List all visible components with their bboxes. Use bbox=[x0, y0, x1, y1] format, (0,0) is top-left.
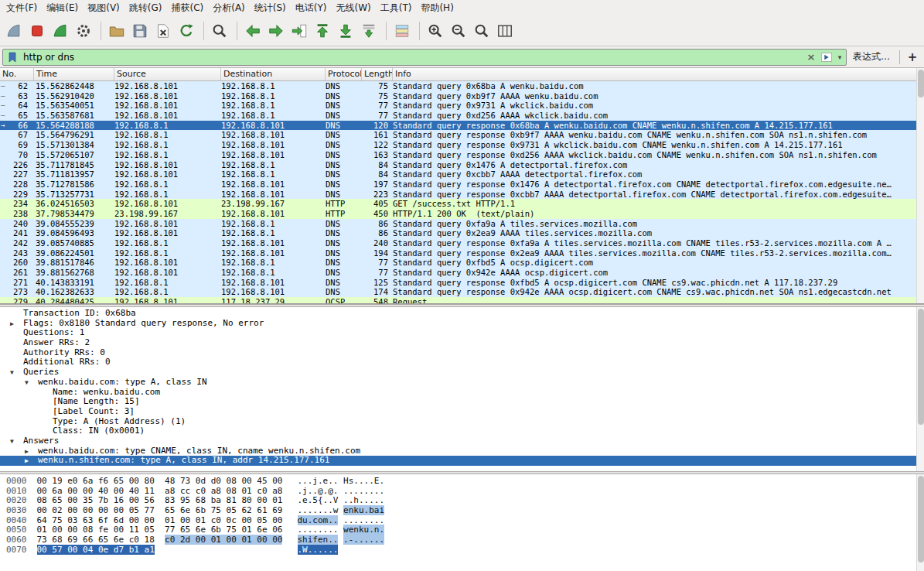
capture-options-button[interactable] bbox=[73, 20, 94, 42]
menu-item[interactable]: 编辑(E) bbox=[42, 0, 83, 16]
zoom-reset-button[interactable] bbox=[471, 20, 493, 42]
packet-row[interactable]: 24139.084596493192.168.8.101192.168.8.1D… bbox=[0, 228, 924, 238]
detail-line[interactable]: ▶Flags: 0x8180 Standard query response, … bbox=[0, 319, 924, 329]
packet-row[interactable]: 27940.284480425192.168.8.101117.18.237.2… bbox=[0, 297, 924, 304]
packet-row[interactable]: 24339.086224501192.168.8.1192.168.8.101D… bbox=[0, 248, 924, 258]
detail-line[interactable]: ▼Queries bbox=[0, 368, 924, 378]
packet-row[interactable]: 22835.712781586192.168.8.1192.168.8.101D… bbox=[0, 180, 924, 190]
last-packet-button[interactable] bbox=[335, 20, 356, 42]
detail-line[interactable]: Name: wenku.baidu.com bbox=[0, 388, 924, 398]
menu-item[interactable]: 工具(T) bbox=[376, 0, 417, 16]
menu-item[interactable]: 文件(F) bbox=[2, 0, 42, 16]
detail-line[interactable]: ▶wenku.n.shifen.com: type A, class IN, a… bbox=[0, 456, 924, 466]
menu-item[interactable]: 无线(W) bbox=[331, 0, 375, 16]
goto-packet-button[interactable] bbox=[288, 20, 310, 42]
restart-capture-button[interactable] bbox=[49, 20, 71, 42]
packet-row[interactable]: –6315.562910420192.168.8.101192.168.8.1D… bbox=[0, 91, 924, 101]
filter-input[interactable]: http or dns bbox=[20, 52, 804, 63]
detail-line[interactable]: Authority RRs: 0 bbox=[0, 348, 924, 358]
packet-row[interactable]: 24239.085740885192.168.8.1192.168.8.101D… bbox=[0, 238, 924, 248]
filter-bookmark-icon[interactable] bbox=[5, 50, 20, 65]
detail-line[interactable]: ▼Answers bbox=[0, 436, 924, 446]
back-button[interactable] bbox=[242, 20, 264, 42]
packet-row[interactable]: →6615.564288188192.168.8.1192.168.8.101D… bbox=[0, 121, 924, 131]
resize-columns-button[interactable] bbox=[494, 20, 516, 42]
packet-list-scrollbar[interactable] bbox=[916, 68, 924, 303]
detail-line[interactable]: ▼wenku.baidu.com: type A, class IN bbox=[0, 378, 924, 388]
clear-filter-icon[interactable]: × bbox=[804, 50, 818, 64]
packet-row[interactable]: –6415.563540051192.168.8.101192.168.8.1D… bbox=[0, 101, 924, 111]
add-filter-button[interactable]: + bbox=[903, 50, 922, 64]
packet-row[interactable]: –6515.563587681192.168.8.101192.168.8.1D… bbox=[0, 111, 924, 121]
detail-line[interactable]: [Name Length: 15] bbox=[0, 397, 924, 407]
column-header[interactable]: Destination bbox=[221, 68, 326, 80]
menu-item[interactable]: 捕获(C) bbox=[166, 0, 208, 16]
column-header[interactable]: Protocol bbox=[326, 68, 362, 80]
close-file-button[interactable] bbox=[152, 20, 174, 42]
zoom-in-button[interactable] bbox=[424, 20, 446, 42]
column-header[interactable]: No. bbox=[0, 68, 34, 80]
menu-item[interactable]: 电话(Y) bbox=[291, 0, 332, 16]
packet-row[interactable]: 26139.881562768192.168.8.101192.168.8.1D… bbox=[0, 268, 924, 278]
stop-capture-button[interactable] bbox=[26, 20, 48, 42]
packet-row[interactable]: 23436.024516503192.168.8.10123.198.99.16… bbox=[0, 199, 924, 209]
collapse-icon[interactable]: ▼ bbox=[23, 378, 38, 388]
filter-dropdown-icon[interactable]: ▾ bbox=[835, 53, 844, 61]
packet-row[interactable]: 22635.711781845192.168.8.101192.168.8.1D… bbox=[0, 160, 924, 170]
menu-item[interactable]: 视图(V) bbox=[83, 0, 124, 16]
display-filter-field[interactable]: http or dns × ▾ bbox=[2, 49, 847, 66]
details-scrollbar[interactable] bbox=[916, 307, 924, 471]
open-file-button[interactable] bbox=[106, 20, 128, 42]
menu-item[interactable]: 统计(S) bbox=[250, 0, 291, 16]
expand-icon[interactable]: ▶ bbox=[23, 456, 38, 466]
packet-row[interactable]: 26039.881517846192.168.8.101192.168.8.1D… bbox=[0, 258, 924, 268]
detail-line[interactable]: Class: IN (0x0001) bbox=[0, 426, 924, 436]
colorize-button[interactable] bbox=[391, 20, 413, 42]
packet-row[interactable]: –6215.562862448192.168.8.101192.168.8.1D… bbox=[0, 81, 924, 91]
collapse-icon[interactable]: ▼ bbox=[9, 437, 23, 446]
packet-row[interactable]: 22935.713257731192.168.8.1192.168.8.101D… bbox=[0, 190, 924, 200]
collapse-icon[interactable]: ▼ bbox=[9, 368, 23, 378]
menu-item[interactable]: 分析(A) bbox=[208, 0, 250, 16]
reload-button[interactable] bbox=[176, 20, 197, 42]
detail-line[interactable]: Answer RRs: 2 bbox=[0, 338, 924, 348]
packet-row[interactable]: 22735.711813957192.168.8.101192.168.8.1D… bbox=[0, 169, 924, 180]
hex-row[interactable]: 006073 68 69 66 65 6e c0 18 c0 2d 00 01 … bbox=[6, 535, 924, 545]
expand-icon[interactable]: ▶ bbox=[23, 447, 38, 456]
menu-item[interactable]: 帮助(H) bbox=[416, 0, 458, 16]
packet-row[interactable]: 6915.571301384192.168.8.1192.168.8.101DN… bbox=[0, 140, 924, 150]
apply-filter-icon[interactable] bbox=[818, 50, 835, 64]
scrollbar-thumb[interactable] bbox=[918, 309, 924, 425]
detail-line[interactable]: ▶wenku.baidu.com: type CNAME, class IN, … bbox=[0, 446, 924, 456]
hex-scrollbar[interactable] bbox=[916, 474, 924, 571]
cell-length: 161 bbox=[362, 130, 393, 140]
packet-row[interactable]: 24039.084555239192.168.8.101192.168.8.1D… bbox=[0, 219, 924, 229]
scrollbar-thumb[interactable] bbox=[918, 476, 924, 562]
hex-row[interactable]: 007000 57 00 04 0e d7 b1 a1.W...... bbox=[6, 545, 924, 556]
auto-scroll-button[interactable] bbox=[358, 20, 380, 42]
expression-button[interactable]: 表达式… bbox=[847, 49, 896, 65]
find-button[interactable] bbox=[209, 20, 230, 42]
packet-row[interactable]: 6715.564796291192.168.8.1192.168.8.101DN… bbox=[0, 130, 924, 140]
zoom-out-button[interactable] bbox=[448, 20, 469, 42]
column-header[interactable]: Time bbox=[34, 68, 114, 80]
column-header[interactable]: Source bbox=[114, 68, 221, 80]
column-header[interactable]: Length bbox=[362, 68, 393, 80]
packet-row[interactable]: 7015.572065107192.168.8.1192.168.8.101DN… bbox=[0, 150, 924, 160]
save-file-button[interactable] bbox=[129, 20, 151, 42]
column-header[interactable]: Info bbox=[393, 68, 924, 80]
packet-row[interactable]: 23837.79853447923.198.99.167192.168.8.10… bbox=[0, 209, 924, 219]
scrollbar-thumb[interactable] bbox=[918, 70, 924, 97]
start-capture-button[interactable] bbox=[3, 20, 25, 42]
expand-icon[interactable]: ▶ bbox=[9, 320, 23, 329]
first-packet-button[interactable] bbox=[312, 20, 333, 42]
packet-row[interactable]: 27140.143833191192.168.8.1192.168.8.101D… bbox=[0, 278, 924, 288]
detail-line[interactable]: Questions: 1 bbox=[0, 328, 924, 338]
detail-line[interactable]: Transaction ID: 0x68ba bbox=[0, 309, 924, 319]
detail-line[interactable]: [Label Count: 3] bbox=[0, 407, 924, 417]
detail-line[interactable]: Additional RRs: 0 bbox=[0, 357, 924, 368]
detail-line[interactable]: Type: A (Host Address) (1) bbox=[0, 417, 924, 427]
forward-button[interactable] bbox=[265, 20, 287, 42]
menu-item[interactable]: 跳转(G) bbox=[124, 0, 167, 16]
packet-row[interactable]: 27340.162382633192.168.8.1192.168.8.101D… bbox=[0, 287, 924, 297]
